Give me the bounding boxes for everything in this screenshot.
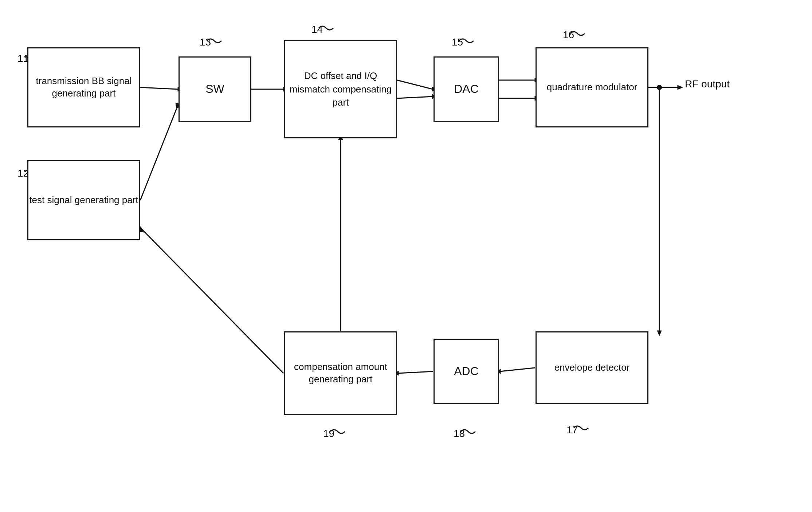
block-transmission-bb: transmission BB signal generating part (27, 47, 140, 127)
ref-label-12: 12 (17, 168, 29, 179)
ref-label-19: 19 (323, 428, 334, 440)
svg-line-2 (140, 106, 178, 200)
block-sw: SW (179, 56, 251, 122)
svg-point-16 (657, 85, 662, 90)
block-quadrature-modulator: quadrature modulator (536, 47, 648, 127)
svg-line-8 (397, 97, 433, 98)
svg-line-19 (500, 368, 535, 371)
ref-label-16: 16 (563, 29, 574, 41)
block-adc: ADC (434, 339, 499, 404)
ref-label-13: 13 (200, 36, 211, 48)
svg-marker-15 (678, 85, 683, 90)
ref-label-11: 11 (17, 53, 29, 64)
block-dac: DAC (434, 56, 499, 122)
block-test-signal: test signal generating part (27, 160, 140, 240)
svg-marker-18 (657, 331, 662, 336)
ref-label-14: 14 (311, 24, 323, 35)
svg-line-21 (398, 371, 433, 373)
svg-line-25 (142, 229, 283, 373)
ref-label-18: 18 (454, 428, 465, 440)
block-dc-offset: DC offset and I/Q mismatch compensating … (284, 40, 397, 138)
ref-label-17: 17 (566, 424, 578, 436)
svg-line-0 (140, 87, 178, 89)
rf-output-label: RF output (685, 78, 730, 90)
diagram-container: transmission BB signal generating part t… (0, 0, 812, 512)
svg-line-6 (397, 80, 433, 89)
block-compensation-amount: compensation amount generating part (284, 331, 397, 415)
ref-label-15: 15 (452, 36, 463, 48)
block-envelope-detector: envelope detector (536, 331, 648, 404)
